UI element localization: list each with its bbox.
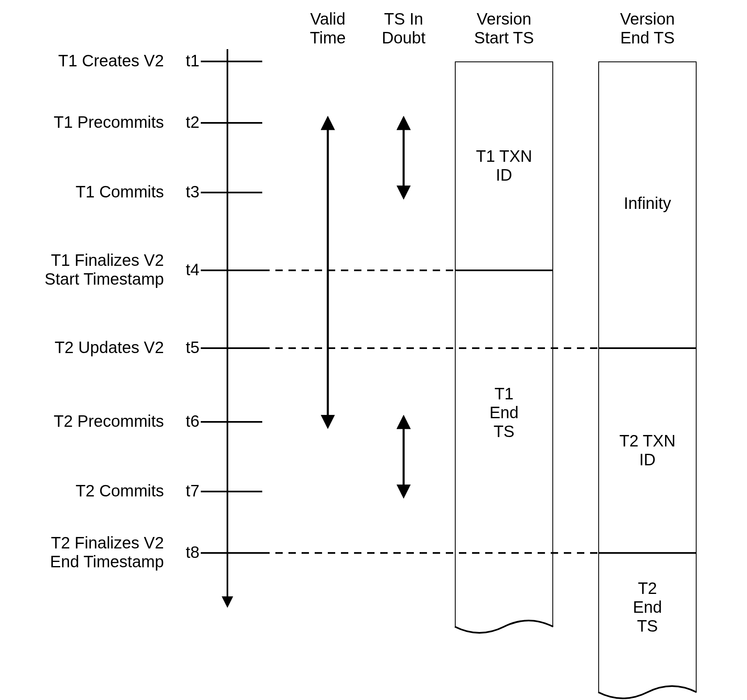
time-label-t6: t6: [186, 412, 199, 430]
time-label-t8: t8: [186, 543, 199, 561]
event-t1: T1 Creates V2: [58, 52, 164, 70]
start-col-seg1: T1 TXNID: [476, 147, 532, 184]
event-t2: T1 Precommits: [54, 113, 164, 131]
time-label-t3: t3: [186, 183, 199, 201]
event-t8: T2 Finalizes V2End Timestamp: [50, 534, 164, 571]
event-t5: T2 Updates V2: [54, 338, 164, 356]
event-t6: T2 Precommits: [54, 412, 164, 430]
end-col-seg3: T2EndTS: [633, 579, 662, 635]
time-label-t2: t2: [186, 113, 199, 131]
time-label-t7: t7: [186, 482, 199, 500]
start-col-seg2: T1EndTS: [489, 385, 518, 440]
version-timestamp-diagram: ValidTimeTS InDoubtVersionStart TSVersio…: [0, 0, 747, 700]
time-label-t5: t5: [186, 338, 199, 356]
event-t3: T1 Commits: [75, 183, 164, 201]
time-label-t1: t1: [186, 52, 199, 70]
header-valid-time: ValidTime: [310, 10, 345, 47]
end-col-seg2: T2 TXNID: [619, 432, 675, 469]
header-version-start-ts: VersionStart TS: [474, 10, 534, 47]
end-col-seg1: Infinity: [624, 194, 671, 212]
header-version-end-ts: VersionEnd TS: [620, 10, 674, 47]
event-t7: T2 Commits: [75, 482, 164, 500]
event-t4: T1 Finalizes V2Start Timestamp: [45, 251, 164, 288]
time-label-t4: t4: [186, 261, 199, 279]
header-ts-in-doubt: TS InDoubt: [382, 10, 426, 47]
